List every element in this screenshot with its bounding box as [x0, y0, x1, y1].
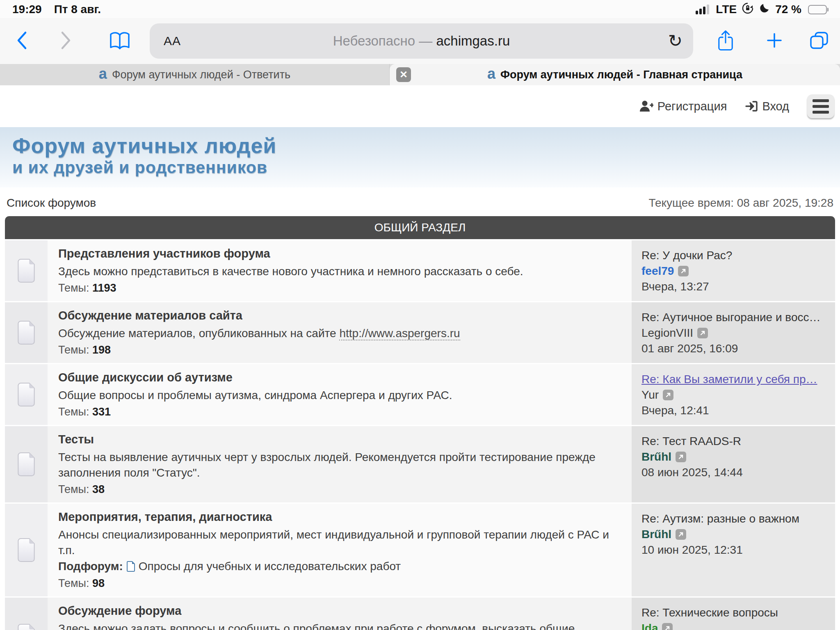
forum-row: Обсуждение форума Здесь можно задать воп… — [5, 596, 835, 630]
last-post-subject-link[interactable]: Re: Технические вопросы — [641, 605, 830, 621]
safari-toolbar: АА Небезопасно — achimgas.ru ↻ — [0, 18, 840, 64]
back-button[interactable] — [16, 31, 28, 52]
status-date: Пт 8 авг. — [54, 3, 101, 16]
forum-page-icon — [16, 623, 36, 630]
topics-count: 38 — [92, 483, 105, 495]
last-post-date: 10 июн 2025, 12:31 — [641, 543, 743, 556]
last-post-subject-link[interactable]: Re: Аутичное выгорание и восс… — [641, 310, 830, 325]
forum-row: Тесты Тесты на выявление аутичных черт у… — [5, 425, 835, 502]
tab-label: Форум аутичных людей - Ответить — [112, 68, 290, 81]
topics-count: 1193 — [92, 282, 116, 294]
last-post-username[interactable]: Brűhl — [641, 449, 671, 465]
subforum-page-icon — [126, 561, 135, 572]
last-post-subject-link[interactable]: Re: Как Вы заметили у себя пр… — [641, 372, 830, 387]
forum-list: ОБЩИЙ РАЗДЕЛ Представления участников фо… — [5, 216, 835, 630]
section-header: ОБЩИЙ РАЗДЕЛ — [5, 216, 835, 239]
forum-description: Здесь можно задать вопросы и сообщить о … — [58, 621, 619, 630]
forum-header: Регистрация Вход — [0, 85, 840, 127]
goto-last-post-icon[interactable] — [663, 390, 673, 400]
goto-last-post-icon[interactable] — [676, 529, 686, 540]
login-label: Вход — [762, 100, 789, 113]
forum-row: Представления участников форума Здесь мо… — [5, 239, 835, 301]
last-post-subject-link[interactable]: Re: Аутизм: разные о важном — [641, 511, 830, 527]
forum-description: Здесь можно представиться в качестве нов… — [58, 264, 619, 279]
forum-title-link[interactable]: Обсуждение материалов сайта — [58, 309, 242, 322]
site-favicon: a — [487, 66, 495, 81]
hamburger-menu-icon[interactable] — [807, 94, 834, 118]
topics-label: Темы: — [58, 406, 89, 418]
logo-title-line1: Форум аутичных людей — [12, 133, 840, 158]
topics-count: 98 — [92, 577, 105, 589]
forum-page-icon — [16, 538, 36, 562]
last-post-date: Вчера, 13:27 — [641, 280, 709, 293]
close-tab-icon[interactable]: ✕ — [396, 67, 411, 82]
register-label: Регистрация — [657, 100, 727, 113]
topics-label: Темы: — [58, 483, 89, 495]
reload-icon[interactable]: ↻ — [668, 32, 682, 50]
url-security-label: Небезопасно — — [333, 33, 436, 48]
breadcrumb-row: Список форумов Текущее время: 08 авг 202… — [0, 187, 840, 216]
last-post-subject-link[interactable]: Re: У дочки Рас? — [641, 248, 830, 263]
forum-title-link[interactable]: Тесты — [58, 433, 94, 446]
last-post-username[interactable]: Ida — [641, 621, 658, 630]
last-post-date: 08 июн 2025, 14:44 — [641, 466, 743, 479]
topics-count: 331 — [92, 406, 111, 418]
signal-strength-icon — [696, 5, 709, 14]
last-post-username[interactable]: Brűhl — [641, 527, 671, 542]
battery-percent: 72 % — [775, 3, 801, 16]
tabs-overview-icon[interactable] — [809, 31, 829, 52]
external-site-link[interactable]: http://www.aspergers.ru — [339, 327, 460, 340]
last-post-subject-link[interactable]: Re: Тест RAADS-R — [641, 434, 830, 449]
forum-page-icon — [16, 320, 36, 345]
tab-reply-page[interactable]: a Форум аутичных людей - Ответить — [0, 64, 390, 85]
subforum-label: Подфорум: — [58, 558, 123, 575]
login-link[interactable]: Вход — [745, 100, 789, 113]
do-not-disturb-moon-icon — [759, 2, 770, 17]
goto-last-post-icon[interactable] — [697, 328, 708, 338]
last-post-username[interactable]: feel79 — [641, 263, 674, 279]
forum-page-icon — [16, 382, 36, 407]
topics-label: Темы: — [58, 577, 89, 589]
goto-last-post-icon[interactable] — [676, 452, 686, 462]
last-post-username[interactable]: LegionVIII — [641, 325, 693, 341]
breadcrumb[interactable]: Список форумов — [7, 196, 96, 210]
address-bar[interactable]: АА Небезопасно — achimgas.ru ↻ — [150, 23, 693, 59]
user-plus-icon — [639, 100, 653, 112]
forum-row: Обсуждение материалов сайта Обсуждение м… — [5, 301, 835, 363]
subforum-link[interactable]: Опросы для учебных и исследовательских р… — [139, 558, 401, 575]
reader-options-button[interactable]: АА — [164, 34, 181, 48]
share-icon[interactable] — [717, 30, 734, 53]
topics-label: Темы: — [58, 344, 89, 356]
last-post-date: 01 авг 2025, 16:09 — [641, 342, 738, 355]
topics-label: Темы: — [58, 282, 89, 294]
goto-last-post-icon[interactable] — [678, 266, 689, 276]
logo-title-line2: и их друзей и родственников — [12, 158, 840, 177]
sign-in-icon — [745, 100, 758, 112]
forward-button[interactable] — [60, 31, 72, 52]
tab-label: Форум аутичных людей - Главная страница — [500, 68, 742, 81]
forum-title-link[interactable]: Общие дискуссии об аутизме — [58, 371, 233, 384]
bookmarks-icon[interactable] — [109, 31, 130, 51]
forum-description: Обсуждение материалов, опубликованных на… — [58, 327, 339, 340]
new-tab-icon[interactable] — [765, 32, 783, 51]
goto-last-post-icon[interactable] — [662, 623, 673, 630]
site-favicon: a — [99, 66, 107, 81]
tab-bar: a Форум аутичных людей - Ответить ✕ a Фо… — [0, 64, 840, 85]
url-host: achimgas.ru — [436, 33, 510, 48]
last-post-date: Вчера, 12:41 — [641, 404, 709, 417]
site-logo-banner[interactable]: Форум аутичных людей и их друзей и родст… — [0, 127, 840, 187]
current-time-label: Текущее время: 08 авг 2025, 19:28 — [648, 196, 833, 210]
register-link[interactable]: Регистрация — [639, 100, 727, 113]
forum-row: Мероприятия, терапия, диагностика Анонсы… — [5, 502, 835, 596]
forum-description: Тесты на выявление аутичных черт у взрос… — [58, 450, 619, 481]
network-type: LTE — [716, 3, 737, 16]
tab-main-page[interactable]: ✕ a Форум аутичных людей - Главная стран… — [390, 64, 840, 85]
last-post-username[interactable]: Yur — [641, 387, 659, 403]
forum-description: Анонсы специализированных мероприятий, м… — [58, 527, 619, 558]
forum-title-link[interactable]: Обсуждение форума — [58, 604, 181, 618]
forum-description: Общие вопросы и проблемы аутизма, синдро… — [58, 388, 619, 403]
status-time: 19:29 — [12, 3, 42, 16]
forum-title-link[interactable]: Представления участников форума — [58, 247, 270, 260]
forum-row: Общие дискуссии об аутизме Общие вопросы… — [5, 363, 835, 425]
forum-title-link[interactable]: Мероприятия, терапия, диагностика — [58, 510, 272, 524]
